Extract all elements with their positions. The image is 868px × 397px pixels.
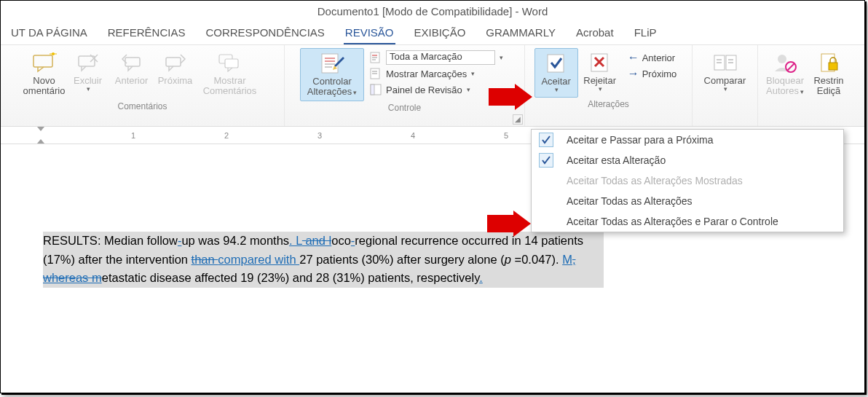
tracking-dialog-launcher[interactable]: ◢ xyxy=(513,114,523,125)
markup-display-icon xyxy=(370,52,383,63)
tracked-paragraph[interactable]: RESULTS: Median follow-up was 94.2 month… xyxy=(43,232,604,288)
svg-rect-33 xyxy=(829,63,837,70)
comment-prev-icon xyxy=(119,51,144,74)
show-markup-button[interactable]: Mostrar Marcações▾ xyxy=(367,66,506,82)
svg-rect-7 xyxy=(322,54,338,73)
svg-rect-2 xyxy=(79,56,95,66)
svg-point-29 xyxy=(778,55,786,63)
accept-dropdown-menu: Aceitar e Passar para a Próxima Aceitar … xyxy=(531,129,844,232)
comment-new-icon xyxy=(32,51,57,74)
track-changes-button[interactable]: Controlar Alterações▾ xyxy=(300,48,364,101)
tracked-delete: than xyxy=(192,253,218,266)
group-label-changes: Alterações xyxy=(526,98,690,111)
tab-references[interactable]: REFERÊNCIAS xyxy=(106,23,187,44)
restrict-editing-icon xyxy=(816,51,841,74)
tab-grammarly[interactable]: GRAMMARLY xyxy=(484,23,557,44)
compare-icon xyxy=(713,51,738,74)
display-for-review-select[interactable]: Toda a Marcação▾ xyxy=(367,50,506,66)
delete-comment-button[interactable]: Excluir▾ xyxy=(66,48,110,96)
menu-accept-this[interactable]: Aceitar esta Alteração xyxy=(532,150,843,170)
accept-check-icon xyxy=(539,133,553,147)
reviewing-pane-icon xyxy=(370,84,383,95)
svg-rect-6 xyxy=(225,59,238,68)
tab-flip[interactable]: FLiP xyxy=(633,23,658,44)
svg-rect-3 xyxy=(125,58,140,66)
tracked-insert: . L xyxy=(289,234,302,247)
block-authors-icon xyxy=(773,51,797,74)
annotation-arrow xyxy=(487,211,531,237)
tracked-delete: and l xyxy=(302,234,331,247)
svg-point-1 xyxy=(52,52,55,55)
annotation-arrow xyxy=(489,84,532,110)
reject-button[interactable]: Rejeitar ▾ xyxy=(578,48,622,96)
next-change-button[interactable]: → Próximo xyxy=(625,66,680,82)
compare-button[interactable]: Comparar ▾ xyxy=(700,48,751,96)
reviewing-pane-button[interactable]: Painel de Revisão▾ xyxy=(367,82,506,98)
svg-rect-0 xyxy=(33,55,52,67)
next-comment-button[interactable]: Próxima xyxy=(154,48,197,89)
menu-accept-all[interactable]: Aceitar Todas as Alterações xyxy=(532,191,843,211)
word-window: Documento1 [Modo de Compatibilidade] - W… xyxy=(0,0,865,393)
comment-next-icon xyxy=(163,51,188,74)
accept-button[interactable]: Aceitar ▾ xyxy=(534,48,578,98)
show-markup-icon xyxy=(370,68,383,79)
menu-accept-and-next[interactable]: Aceitar e Passar para a Próxima xyxy=(532,130,843,150)
tab-review[interactable]: REVISÃO xyxy=(344,23,395,44)
accept-check-icon xyxy=(539,153,553,168)
tab-mailings[interactable]: CORRESPONDÊNCIAS xyxy=(204,23,326,44)
prev-comment-button[interactable]: Anterior xyxy=(110,48,154,89)
group-label-comments: Comentários xyxy=(2,100,283,113)
next-change-icon: → xyxy=(628,67,639,80)
restrict-editing-button[interactable]: Restrin Ediçã xyxy=(810,48,847,100)
new-comment-button[interactable]: Novo omentário xyxy=(23,48,66,100)
tracked-insert: compared with xyxy=(218,253,299,266)
svg-line-31 xyxy=(787,63,794,71)
svg-rect-4 xyxy=(166,58,181,66)
show-comments-button[interactable]: Mostrar Comentários xyxy=(197,48,263,100)
previous-change-button[interactable]: ← Anterior xyxy=(625,50,680,66)
track-changes-icon xyxy=(320,52,344,75)
tab-acrobat[interactable]: Acrobat xyxy=(575,23,615,44)
accept-icon xyxy=(544,52,569,75)
reject-icon xyxy=(588,51,612,74)
group-label-tracking: Controle xyxy=(286,101,523,114)
tab-view[interactable]: EXIBIÇÃO xyxy=(413,23,467,44)
prev-change-icon: ← xyxy=(628,51,639,64)
comment-delete-icon xyxy=(76,51,100,74)
block-authors-button[interactable]: Bloquear Autores▾ xyxy=(760,48,810,100)
ribbon-tabs: UT DA PÁGINA REFERÊNCIAS CORRESPONDÊNCIA… xyxy=(1,20,864,45)
svg-rect-21 xyxy=(548,55,564,72)
tracked-insert: . xyxy=(479,271,483,284)
tab-page-layout[interactable]: UT DA PÁGINA xyxy=(9,23,89,44)
tracked-insert: M xyxy=(562,253,572,266)
ribbon: Novo omentário Excluir▾ Anterior xyxy=(1,45,864,127)
menu-accept-shown: Aceitar Todas as Alterações Mostradas xyxy=(532,170,843,191)
svg-rect-20 xyxy=(371,84,374,95)
show-comments-icon xyxy=(218,51,242,74)
menu-accept-all-stop[interactable]: Aceitar Todas as Alterações e Parar o Co… xyxy=(532,211,843,232)
window-title: Documento1 [Modo de Compatibilidade] - W… xyxy=(1,1,864,20)
